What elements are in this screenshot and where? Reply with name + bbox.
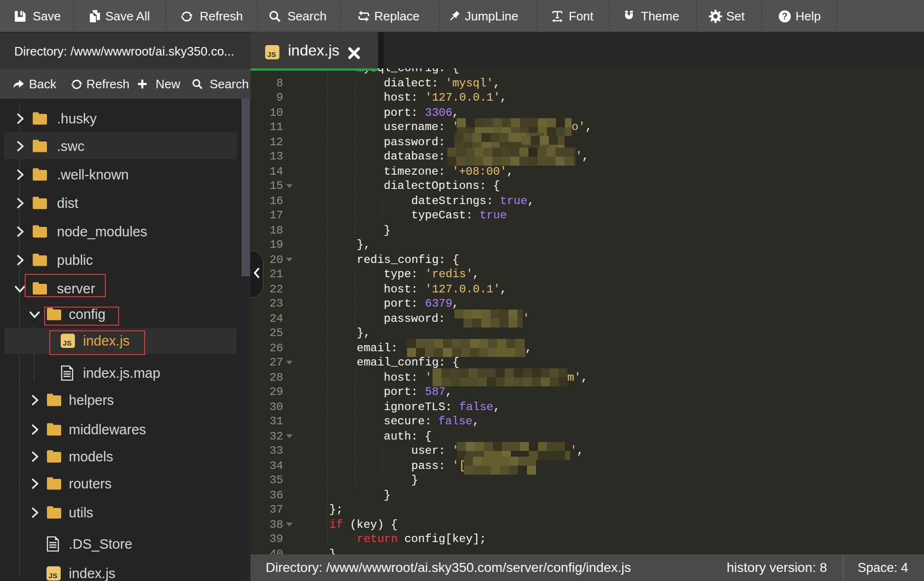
svg-text:JS: JS [48, 572, 57, 580]
svg-text:JS: JS [267, 50, 276, 58]
svg-text:?: ? [782, 11, 788, 21]
